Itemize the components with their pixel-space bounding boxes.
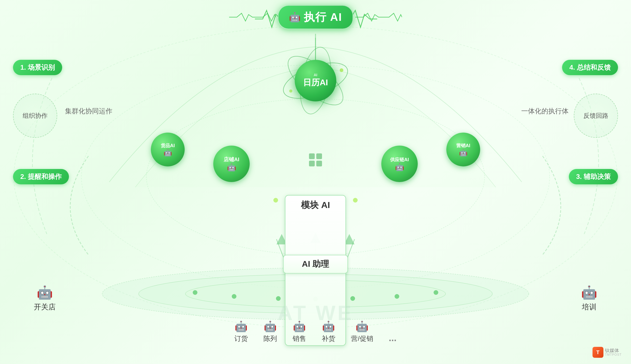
step4-badge: 4. 总结和反馈 [562,60,618,75]
svg-point-13 [350,296,355,301]
svg-point-15 [434,290,438,295]
op-promo: 🤖 营/促销 [351,320,373,343]
step2-badge: 2. 提醒和操作 [13,169,69,184]
watermark: T 钛媒体 TMTPOST [593,347,622,358]
watermark-text: 钛媒体 [605,348,622,353]
goods-ai-label: 货品AI [161,142,175,149]
supply-ai-label: 供应链AI [390,157,409,163]
store-ai-ball: 店铺AI 🤖 [213,146,250,182]
grid-icon [308,152,323,168]
op-restock: 🤖 补货 [322,320,335,343]
restock-robot-icon: 🤖 [322,320,335,333]
exec-ai-section: 🤖 执行 AI [229,5,402,29]
sales-label: 销售 [293,334,306,343]
supply-ai-robot: 🤖 [395,163,404,171]
op-order: 🤖 订货 [234,320,248,343]
exec-ai-badge: 🤖 执行 AI [278,5,353,29]
exec-ai-label: 执行 AI [304,10,342,24]
step2-label: 2. 提醒和操作 [13,169,69,184]
feedback-loop-label: 反馈回路 [583,112,608,120]
op-more: ... [389,333,397,343]
unified-label: 一体化的执行体 [521,107,569,116]
restock-label: 补货 [322,334,335,343]
display-label: 陈列 [263,334,277,343]
sales-robot-icon: 🤖 [293,320,306,333]
open-store-label: 开关店 [34,302,56,312]
svg-rect-28 [309,161,315,166]
org-coop-label: 组织协作 [23,112,48,120]
promo-robot-icon: 🤖 [356,320,369,333]
calendar-ai-label: 日历AI [303,77,328,88]
calendar-ai-sublabel: AI [314,73,317,77]
store-ai-label: 店铺AI [224,156,239,163]
goods-ai-ball: 货品AI 🤖 [151,133,185,166]
svg-point-17 [353,198,358,203]
svg-point-16 [273,198,278,203]
svg-point-25 [289,89,292,93]
marketing-ai-ball: 营销AI 🤖 [446,133,480,166]
marketing-ai-label: 营销AI [456,142,470,149]
training-label: 培训 [582,302,596,312]
step3-label: 3. 辅助决策 [569,169,618,184]
svg-point-9 [193,290,197,295]
org-coop-circle: 组织协作 [13,94,57,138]
watermark-logo: T [593,347,603,358]
store-ai-robot: 🤖 [227,163,236,172]
marketing-ai-robot: 🤖 [459,149,467,157]
promo-label: 营/促销 [351,334,373,343]
watermark-sub: TMTPOST [605,353,622,356]
svg-rect-26 [309,153,315,159]
step1-badge: 1. 场景识别 [13,60,62,75]
calendar-ai-section: AI 日历AI [279,44,352,117]
cluster-label: 集群化协同运作 [65,107,112,116]
svg-point-24 [340,68,343,72]
heartbeat-left-icon [229,12,276,22]
svg-point-11 [276,296,281,301]
ai-assistant-label: AI 助理 [302,259,329,269]
step4-label: 4. 总结和反馈 [562,60,618,75]
svg-point-14 [395,294,399,299]
far-right-robot-section: 🤖 培训 [581,285,597,312]
bottom-ops-row: 🤖 订货 🤖 陈列 🤖 销售 🤖 补货 🤖 营/促销 ... [133,320,498,343]
svg-rect-29 [316,161,322,166]
feedback-loop-circle: 反馈回路 [574,94,618,138]
display-robot-icon: 🤖 [264,320,277,333]
robot-icon: 🤖 [289,12,301,23]
supply-ai-ball: 供应链AI 🤖 [381,146,418,182]
op-sales: 🤖 销售 [293,320,306,343]
svg-point-10 [232,294,236,299]
order-label: 订货 [234,334,248,343]
op-display: 🤖 陈列 [263,320,277,343]
step1-label: 1. 场景识别 [13,60,62,75]
ai-assistant-badge: AI 助理 [283,255,348,274]
goods-ai-robot: 🤖 [164,149,172,157]
step3-badge: 3. 辅助决策 [569,169,618,184]
more-dots: ... [389,333,397,343]
heartbeat-right-icon [355,12,402,22]
order-robot-icon: 🤖 [235,320,248,333]
far-left-robot-section: 🤖 开关店 [34,285,56,312]
open-store-robot-icon: 🤖 [37,285,53,300]
app-grid-icon [308,152,323,171]
svg-rect-27 [316,153,322,159]
calendar-ai-ball: AI 日历AI [295,60,336,101]
training-robot-icon: 🤖 [581,285,597,300]
